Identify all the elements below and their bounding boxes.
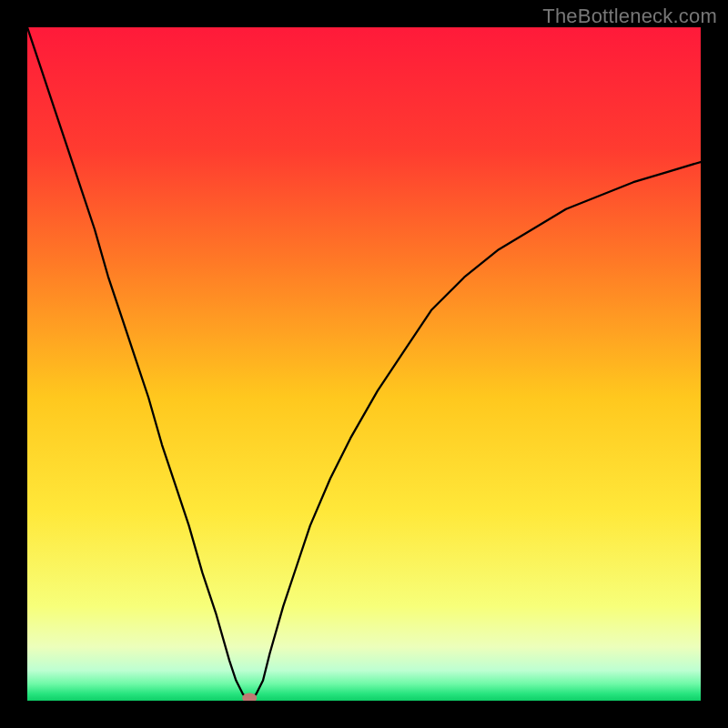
chart-svg xyxy=(27,27,701,701)
chart-frame: TheBottleneck.com xyxy=(0,0,728,728)
gradient-bg xyxy=(27,27,701,701)
plot-area xyxy=(27,27,701,701)
watermark-text: TheBottleneck.com xyxy=(542,5,717,28)
